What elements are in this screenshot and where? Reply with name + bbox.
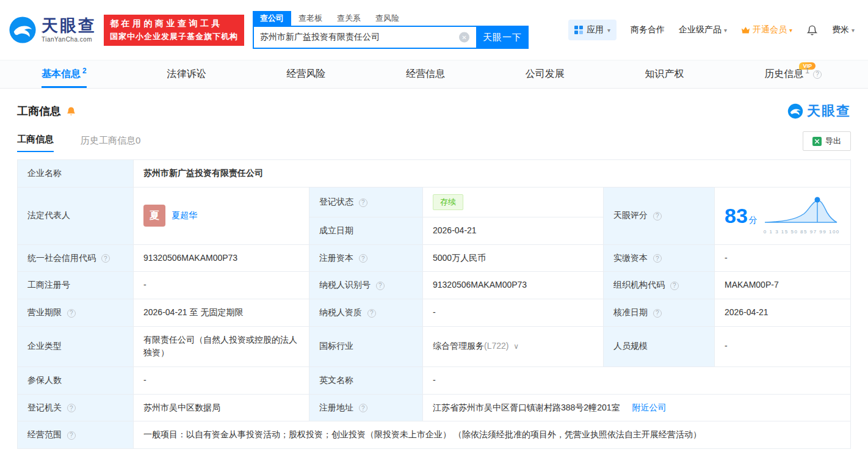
- value-staff-size: -: [715, 326, 851, 366]
- search-tab-relation[interactable]: 查关系: [330, 11, 368, 26]
- value-company-name: 苏州市新广益投资有限责任公司: [134, 160, 851, 188]
- table-row: 参保人数 - 英文名称 -: [18, 366, 851, 394]
- nav-cooperation[interactable]: 商务合作: [631, 24, 665, 35]
- table-row: 企业名称 苏州市新广益投资有限责任公司: [18, 160, 851, 188]
- tab-label: 公司发展: [526, 68, 565, 81]
- label-taxpayer-quality: 纳税人资质 ?: [309, 299, 423, 326]
- subtab-history-business-info[interactable]: 历史工商信息0: [81, 135, 140, 152]
- promo-line1: 都在用的商业查询工具: [110, 18, 238, 29]
- tab-company-development[interactable]: 公司发展: [526, 60, 565, 88]
- subtab-business-info[interactable]: 工商信息: [17, 134, 54, 152]
- help-icon[interactable]: ?: [376, 282, 385, 290]
- industry-name: 综合管理服务: [433, 341, 484, 351]
- caret-down-icon: ▾: [789, 27, 792, 34]
- search-input[interactable]: [253, 26, 476, 49]
- score-unit: 分: [749, 215, 758, 225]
- search-tabs: 查公司 查老板 查关系 查风险: [253, 11, 529, 26]
- tianyancha-logo[interactable]: 天眼查 TianYanCha.com: [9, 16, 96, 44]
- tab-intellectual-property[interactable]: 知识产权: [645, 60, 684, 88]
- nav-user-menu[interactable]: 费米 ▾: [832, 24, 855, 35]
- bell-icon: [806, 24, 818, 36]
- label-text: 法定代表人: [27, 210, 70, 220]
- value-reg-status: 存续: [423, 187, 604, 217]
- watermark-brand-name: 天眼查: [807, 102, 851, 120]
- tab-label: 知识产权: [645, 68, 684, 81]
- value-business-scope: 一般项目：以自有资金从事投资活动；股权投资；创业投资（限投资未上市企业） （除依…: [134, 421, 851, 449]
- help-icon[interactable]: ?: [653, 309, 662, 318]
- label-org-code: 组织机构代码 ?: [604, 272, 715, 299]
- brand-domain: TianYanCha.com: [42, 36, 96, 43]
- watermark-logo: 天眼查: [787, 102, 851, 120]
- caret-down-icon: ▾: [607, 27, 610, 34]
- label-text: 核准日期: [613, 307, 648, 317]
- apps-menu[interactable]: 应用 ▾: [568, 20, 617, 40]
- tab-label: 经营风险: [286, 68, 325, 81]
- business-info-table: 企业名称 苏州市新广益投资有限责任公司 法定代表人 夏 夏超华 登记状态 ? 存…: [17, 159, 851, 449]
- value-credit-code: 91320506MAKAM00P73: [134, 244, 309, 272]
- legal-rep-link[interactable]: 夏超华: [172, 209, 197, 222]
- table-row: 企业类型 有限责任公司（自然人投资或控股的法人独资） 国标行业 综合管理服务(L…: [18, 326, 851, 366]
- help-icon[interactable]: ?: [813, 70, 822, 79]
- search-tab-boss[interactable]: 查老板: [291, 11, 330, 26]
- legal-rep-avatar[interactable]: 夏: [143, 205, 165, 227]
- tab-operation-risk[interactable]: 经营风险: [286, 60, 325, 88]
- score-number: 83分: [725, 200, 758, 232]
- score-axis-labels: 0 1 3 15 50 85 97 99 100: [764, 228, 839, 236]
- search-button[interactable]: 天眼一下: [476, 26, 529, 49]
- table-row: 登记机关 ? 苏州市吴中区数据局 注册地址 ? 江苏省苏州市吴中区胥口镇谢村路3…: [18, 394, 851, 421]
- value-company-type: 有限责任公司（自然人投资或控股的法人独资）: [134, 326, 309, 366]
- label-paid-capital: 实缴资本 ?: [604, 244, 715, 272]
- tab-history-info[interactable]: VIP 历史信息 1 ?: [764, 60, 824, 88]
- value-approval-date: 2026-04-21: [715, 299, 851, 326]
- value-industry: 综合管理服务(L722) ∨: [423, 326, 604, 366]
- nearby-companies-link[interactable]: 附近公司: [632, 403, 666, 412]
- value-score: 83分 0 1 3 15 50 85 97 99 100: [715, 187, 851, 244]
- label-text: 国标行业: [319, 341, 353, 351]
- logo-text: 天眼查 TianYanCha.com: [42, 18, 96, 43]
- help-icon[interactable]: ?: [67, 431, 76, 440]
- promo-banner: 都在用的商业查询工具 国家中小企业发展子基金旗下机构: [104, 15, 244, 46]
- label-reg-status: 登记状态 ?: [309, 187, 423, 217]
- label-score: 天眼评分 ?: [604, 187, 715, 244]
- label-text: 注册地址: [319, 403, 353, 412]
- help-icon[interactable]: ?: [367, 309, 376, 318]
- value-taxpayer-id: 91320506MAKAM00P73: [423, 272, 604, 299]
- tab-legal-litigation[interactable]: 法律诉讼: [167, 60, 206, 88]
- help-icon[interactable]: ?: [653, 254, 662, 263]
- nav-enterprise[interactable]: 企业级产品 ▾: [679, 24, 727, 35]
- nav-user-label: 费米: [832, 24, 849, 35]
- label-text: 人员规模: [613, 341, 648, 351]
- label-text: 纳税人识别号: [319, 280, 371, 290]
- search-tab-risk[interactable]: 查风险: [368, 11, 407, 26]
- clear-icon[interactable]: ✕: [459, 32, 469, 43]
- score-curve-icon: [764, 195, 838, 224]
- label-text: 成立日期: [319, 225, 353, 235]
- subscribe-bell-icon[interactable]: [66, 106, 76, 117]
- score-distribution-chart: 0 1 3 15 50 85 97 99 100: [764, 195, 839, 236]
- nav-vip-label: 开通会员: [753, 24, 787, 35]
- tab-operation-info[interactable]: 经营信息: [406, 60, 445, 88]
- help-icon[interactable]: ?: [67, 404, 76, 412]
- export-button[interactable]: 导出: [803, 131, 851, 151]
- label-reg-address: 注册地址 ?: [309, 394, 423, 421]
- label-text: 组织机构代码: [613, 280, 665, 290]
- value-english-name: -: [423, 366, 851, 394]
- help-icon[interactable]: ?: [359, 404, 367, 412]
- expand-caret-icon[interactable]: ∨: [513, 342, 519, 351]
- value-legal-rep: 夏 夏超华: [134, 187, 309, 244]
- help-icon[interactable]: ?: [670, 282, 679, 290]
- label-text: 企业类型: [27, 341, 62, 351]
- label-credit-code: 统一社会信用代码 ?: [18, 244, 134, 272]
- label-company-name: 企业名称: [18, 160, 134, 188]
- tab-basic-info[interactable]: 基本信息 2: [42, 60, 87, 88]
- notification-bell[interactable]: [806, 24, 818, 36]
- help-icon[interactable]: ?: [653, 212, 662, 221]
- label-business-term: 营业期限 ?: [18, 299, 134, 326]
- help-icon[interactable]: ?: [359, 199, 367, 207]
- help-icon[interactable]: ?: [67, 309, 76, 318]
- value-reg-capital: 5000万人民币: [423, 244, 604, 272]
- help-icon[interactable]: ?: [359, 254, 367, 263]
- nav-open-vip[interactable]: 开通会员 ▾: [741, 24, 792, 35]
- help-icon[interactable]: ?: [101, 254, 110, 263]
- search-tab-company[interactable]: 查公司: [253, 11, 291, 26]
